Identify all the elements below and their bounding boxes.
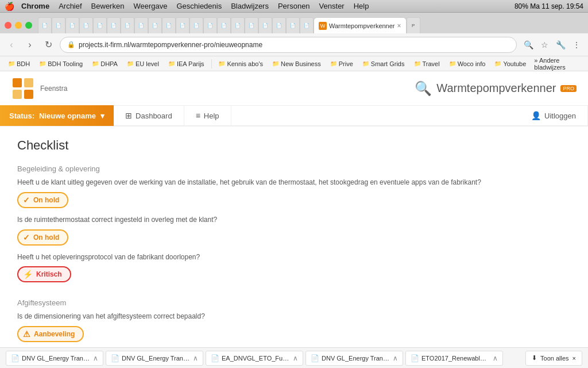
tab-active[interactable]: W Warmtepompverkenner × [314, 17, 407, 33]
status-badge[interactable]: ✓ On hold [17, 229, 68, 246]
tab-pdf-4[interactable]: 📄 [79, 17, 93, 33]
tab-pdf-18[interactable]: 📄 [272, 17, 286, 33]
bookmark-label: EU level [136, 60, 159, 67]
check-icon: ✓ [23, 233, 30, 242]
download-close-button[interactable]: ∧ [393, 354, 398, 362]
tab-pdf-9[interactable]: 📄 [148, 17, 162, 33]
close-downloads-button[interactable]: × [572, 355, 576, 362]
bookmark-bdh[interactable]: 📁 BDH [5, 59, 33, 68]
search-button[interactable]: 🔍 [521, 38, 535, 52]
pdf-icon: 📄 [11, 354, 20, 362]
bookmark-smart-grids[interactable]: 📁 Smart Grids [359, 59, 408, 68]
bookmark-label: DHPA [100, 60, 118, 67]
download-item-3[interactable]: 📄 EA_DNVGL_ETO_FullBo....pdf ∧ [206, 351, 303, 366]
bookmark-iea-parijs[interactable]: 📁 IEA Parijs [165, 59, 208, 68]
download-item-5[interactable]: 📄 ETO2017_Renewables....pdf ∧ [405, 351, 503, 366]
help-icon: ≡ [196, 111, 200, 120]
show-all-label: Toon alles [540, 355, 569, 362]
reload-button[interactable]: ↻ [41, 38, 55, 52]
more-options-button[interactable]: ⋮ [570, 38, 583, 52]
tab-dashboard[interactable]: ⊞ Dashboard [114, 105, 184, 126]
star-button[interactable]: ☆ [537, 38, 551, 52]
close-window-button[interactable] [5, 22, 11, 29]
menu-personen[interactable]: Personen [278, 2, 310, 10]
menu-weergave[interactable]: Weergave [133, 2, 167, 10]
tab-close-button[interactable]: × [397, 22, 401, 30]
back-button[interactable]: ‹ [5, 38, 18, 52]
address-bar: ‹ › ↻ 🔒 projects.it-firm.nl/warmtepompve… [0, 33, 588, 56]
download-close-button[interactable]: ∧ [493, 354, 498, 362]
bookmark-bdh-tooling[interactable]: 📁 BDH Tooling [36, 59, 86, 68]
url-bar[interactable]: 🔒 projects.it-firm.nl/warmtepompverkenne… [60, 37, 517, 53]
menu-bladwijzers[interactable]: Bladwijzers [231, 2, 269, 10]
tab-pdf-15[interactable]: 📄 [231, 17, 245, 33]
menu-venster[interactable]: Venster [319, 2, 345, 10]
menu-help[interactable]: Help [354, 2, 369, 10]
download-close-button[interactable]: ∧ [193, 354, 198, 362]
question-text: Heeft u het opleveringsprotocol van de f… [17, 252, 571, 262]
tab-pdf-6[interactable]: 📄 [107, 17, 121, 33]
download-item-4[interactable]: 📄 DNV GL_Energy Transi....pdf ∧ [305, 351, 403, 366]
tab-pdf-19[interactable]: 📄 [286, 17, 300, 33]
tab-pdf-1[interactable]: 📄 [38, 17, 52, 33]
tab-pdf-3[interactable]: 📄 [65, 17, 79, 33]
extension-button[interactable]: 🔧 [554, 38, 567, 52]
badge-label: Aanbeveling [34, 330, 75, 338]
menu-chrome[interactable]: Chrome [21, 2, 49, 10]
tab-pdf-13[interactable]: 📄 [203, 17, 217, 33]
tab-pdf-20[interactable]: 📄 [300, 17, 314, 33]
bookmark-new-business[interactable]: 📁 New Business [269, 59, 324, 68]
list-item: Is de dimensionering van het afgiftesyst… [17, 312, 571, 347]
tab-pdf-5[interactable]: 📄 [93, 17, 107, 33]
status-badge[interactable]: ⚠ Aanbeveling [17, 326, 84, 342]
minimize-window-button[interactable] [15, 22, 22, 29]
bookmark-label: BDH [17, 60, 30, 67]
status-badge[interactable]: ⚡ Kritisch [17, 266, 71, 282]
menu-bewerken[interactable]: Bewerken [91, 2, 125, 10]
browser-action-buttons: 🔍 ☆ 🔧 ⋮ [521, 38, 583, 52]
tab-pdf-7[interactable]: 📄 [121, 17, 134, 33]
bookmark-label: Kennis abo's [227, 60, 263, 67]
tab-pdf-12[interactable]: 📄 [189, 17, 203, 33]
bookmark-youtube[interactable]: 📁 Youtube [491, 59, 529, 68]
forward-button[interactable]: › [23, 38, 37, 52]
menu-archief[interactable]: Archief [59, 2, 82, 10]
bookmark-prive[interactable]: 📁 Prive [327, 59, 357, 68]
download-close-button[interactable]: ∧ [293, 354, 298, 362]
tab-pdf-14[interactable]: 📄 [217, 17, 231, 33]
bookmark-label: Travel [423, 60, 440, 67]
bookmark-travel[interactable]: 📁 Travel [411, 59, 443, 68]
warning-icon: ⚠ [23, 329, 30, 339]
bookmark-dhpa[interactable]: 📁 DHPA [88, 59, 121, 68]
status-badge[interactable]: ✓ On hold [17, 192, 68, 208]
tab-pdf-2[interactable]: 📄 [52, 17, 65, 33]
show-all-downloads-button[interactable]: ⬇ Toon alles × [525, 351, 582, 366]
bookmark-label: Woco info [458, 60, 486, 67]
tab-uitloggen[interactable]: 👤 Uitloggen [520, 105, 588, 126]
more-bookmarks[interactable]: » Andere bladwijzers [532, 56, 583, 71]
tab-pdf-10[interactable]: 📄 [162, 17, 176, 33]
fullscreen-window-button[interactable] [25, 22, 32, 29]
tab-help[interactable]: ≡ Help [184, 105, 231, 126]
download-close-button[interactable]: ∧ [93, 354, 98, 362]
folder-icon: 📁 [39, 60, 46, 67]
download-item-1[interactable]: 📄 DNV GL_Energy Transi....pdf ∧ [6, 351, 103, 366]
bookmark-woco-info[interactable]: 📁 Woco info [446, 59, 489, 68]
tab-pdf-17[interactable]: 📄 [258, 17, 272, 33]
tab-user[interactable]: P [407, 17, 420, 33]
download-filename: DNV GL_Energy Transi....pdf [322, 355, 389, 362]
apple-menu[interactable]: 🍎 [5, 2, 14, 11]
pro-badge: pro [560, 85, 577, 92]
bookmark-kennis[interactable]: 📁 Kennis abo's [215, 59, 266, 68]
tab-pdf-11[interactable]: 📄 [176, 17, 189, 33]
list-item: Is de ruimtethermostaat correct ingestel… [17, 215, 571, 252]
download-item-2[interactable]: 📄 DNV GL_Energy Transi....pdf ∧ [106, 351, 203, 366]
checklist-title: Checklist [17, 138, 571, 153]
menu-geschiedenis[interactable]: Geschiedenis [176, 2, 222, 10]
tab-pdf-16[interactable]: 📄 [245, 17, 258, 33]
bookmark-eu-level[interactable]: 📁 EU level [123, 59, 163, 68]
tab-pdf-8[interactable]: 📄 [134, 17, 148, 33]
bookmark-label: New Business [281, 60, 321, 67]
window-controls[interactable] [5, 22, 32, 33]
status-dropdown[interactable]: Status: Nieuwe opname ▾ [0, 105, 114, 126]
